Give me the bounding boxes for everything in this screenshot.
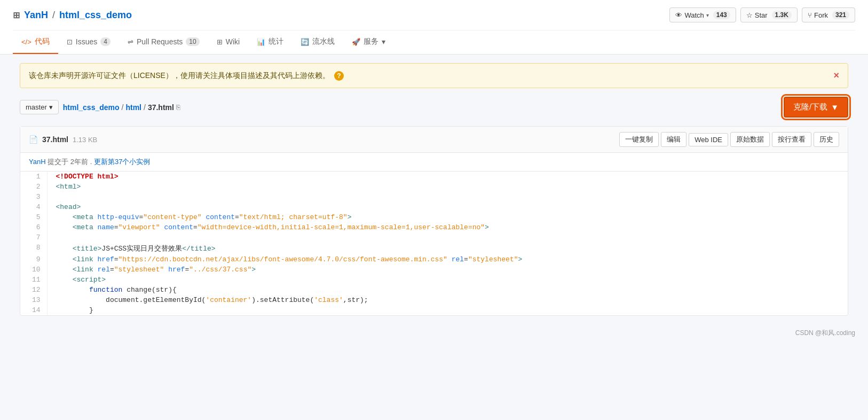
pulls-icon: ⇌ (128, 38, 133, 46)
table-row: 2 <html> (20, 182, 848, 192)
line-number: 12 (20, 285, 47, 295)
watch-button[interactable]: 👁 Watch ▾ 143 (669, 7, 736, 22)
file-header: 📄 37.html 1.13 KB 一键复制 编辑 Web IDE 原始数据 按… (20, 127, 848, 153)
line-number: 11 (20, 275, 47, 285)
table-row: 11 <script> (20, 275, 848, 285)
branch-name: master (26, 103, 47, 111)
eye-icon: 👁 (675, 11, 682, 19)
branch-selector[interactable]: master ▾ (20, 100, 59, 114)
tab-pulls-label: Pull Requests (137, 37, 183, 46)
issues-badge: 4 (100, 37, 111, 46)
file-info: 📄 37.html 1.13 KB (29, 135, 97, 144)
table-row: 8 <title>JS+CSS实现日月交替效果</title> (20, 243, 848, 254)
clone-btn-arrow-icon: ▼ (831, 103, 839, 112)
tab-issues[interactable]: ⊡ Issues 4 (58, 31, 119, 53)
tab-wiki[interactable]: ⊞ Wiki (208, 31, 248, 53)
table-row: 13 document.getElementById('container').… (20, 295, 848, 305)
line-number: 5 (20, 212, 47, 222)
commit-author[interactable]: YanH (29, 158, 46, 166)
breadcrumb-folder[interactable]: html (125, 103, 141, 112)
line-number: 4 (20, 202, 47, 212)
line-number: 2 (20, 182, 47, 192)
notice-text-content: 该仓库未声明开源许可证文件（LICENSE），使用请关注具体项目描述及其代码上游… (29, 71, 330, 81)
file-size: 1.13 KB (73, 136, 97, 144)
line-code: function change(str){ (47, 285, 848, 295)
footer-watermark: CSDN @和风.coding (0, 324, 868, 342)
fork-icon: ⑂ (808, 11, 812, 19)
star-icon: ☆ (746, 11, 753, 19)
tab-stats-label: 统计 (269, 37, 283, 46)
header-actions: 👁 Watch ▾ 143 ☆ Star 1.3K ⑂ Fork 321 (669, 7, 855, 22)
line-number: 6 (20, 222, 47, 232)
services-icon: 🚀 (352, 38, 360, 46)
repo-name-link[interactable]: html_css_demo (59, 10, 132, 21)
repo-owner-link[interactable]: YanH (24, 10, 48, 21)
line-code: <title>JS+CSS实现日月交替效果</title> (47, 243, 848, 254)
notice-close-button[interactable]: × (833, 70, 839, 81)
tab-pull-requests[interactable]: ⇌ Pull Requests 10 (119, 31, 208, 53)
breadcrumb-sep2: / (144, 103, 146, 112)
copy-all-button[interactable]: 一键复制 (619, 132, 659, 147)
file-container: 📄 37.html 1.13 KB 一键复制 编辑 Web IDE 原始数据 按… (20, 126, 848, 316)
commit-dot: . (90, 158, 94, 166)
line-number: 13 (20, 295, 47, 305)
line-code (47, 232, 848, 243)
repo-separator: / (52, 10, 55, 21)
line-code: <html> (47, 182, 848, 192)
history-button[interactable]: 历史 (814, 132, 839, 147)
table-row: 3 (20, 192, 848, 202)
breadcrumb-file: 37.html (148, 103, 174, 112)
line-number: 8 (20, 243, 47, 254)
wiki-icon: ⊞ (217, 38, 223, 46)
line-code: <script> (47, 275, 848, 285)
star-button[interactable]: ☆ Star 1.3K (740, 7, 798, 22)
line-number: 3 (20, 192, 47, 202)
breadcrumb-sep1: / (122, 103, 124, 112)
repo-icon: ⊞ (13, 10, 20, 20)
commit-time: 2年前 (70, 158, 88, 166)
file-path-bar: master ▾ html_css_demo / html / 37.html … (20, 97, 848, 118)
table-row: 9 <link href="https://cdn.bootcdn.net/aj… (20, 254, 848, 265)
clone-download-button[interactable]: 克隆/下载 ▼ (784, 97, 848, 118)
repo-title: ⊞ YanH / html_css_demo (13, 10, 132, 21)
issues-icon: ⊡ (67, 38, 73, 46)
copy-path-icon[interactable]: ⎘ (176, 103, 180, 111)
commit-message[interactable]: 更新第37个小实例 (94, 158, 150, 166)
notice-banner: 该仓库未声明开源许可证文件（LICENSE），使用请关注具体项目描述及其代码上游… (20, 63, 848, 88)
tab-code[interactable]: </> 代码 (13, 30, 58, 54)
tab-wiki-label: Wiki (226, 37, 240, 46)
breadcrumb-repo[interactable]: html_css_demo (63, 103, 120, 112)
stats-icon: 📊 (257, 38, 265, 46)
blame-button[interactable]: 按行查看 (772, 132, 811, 147)
fork-label: Fork (814, 11, 828, 19)
breadcrumb: html_css_demo / html / 37.html ⎘ (63, 103, 180, 112)
tab-services[interactable]: 🚀 服务 ▾ (343, 30, 394, 54)
tab-services-label: 服务 (364, 37, 378, 46)
line-number: 9 (20, 254, 47, 265)
watch-count: 143 (713, 11, 730, 19)
notice-question-icon[interactable]: ? (334, 71, 344, 81)
line-code: <meta name="viewport" content="width=dev… (47, 222, 848, 232)
line-code: } (47, 305, 848, 315)
edit-button[interactable]: 编辑 (661, 132, 686, 147)
branch-chevron-icon: ▾ (49, 103, 53, 111)
line-number: 1 (20, 172, 47, 182)
raw-button[interactable]: 原始数据 (730, 132, 770, 147)
file-actions: 一键复制 编辑 Web IDE 原始数据 按行查看 历史 (619, 132, 839, 147)
web-ide-button[interactable]: Web IDE (689, 133, 728, 146)
table-row: 1 <!DOCTYPE html> (20, 172, 848, 182)
tab-stats[interactable]: 📊 统计 (248, 30, 292, 54)
line-code: document.getElementById('container').set… (47, 295, 848, 305)
table-row: 10 <link rel="stylesheet" href="../css/3… (20, 265, 848, 275)
commit-verb: 提交于 (48, 158, 70, 166)
table-row: 7 (20, 232, 848, 243)
fork-button[interactable]: ⑂ Fork 321 (802, 7, 855, 22)
line-code: <link rel="stylesheet" href="../css/37.c… (47, 265, 848, 275)
fork-count: 321 (832, 11, 849, 19)
line-code: <head> (47, 202, 848, 212)
tab-pipeline[interactable]: 🔄 流水线 (292, 30, 343, 54)
file-path-left: master ▾ html_css_demo / html / 37.html … (20, 100, 180, 114)
table-row: 5 <meta http-equiv="content-type" conten… (20, 212, 848, 222)
line-code: <link href="https://cdn.bootcdn.net/ajax… (47, 254, 848, 265)
star-count: 1.3K (772, 11, 792, 19)
